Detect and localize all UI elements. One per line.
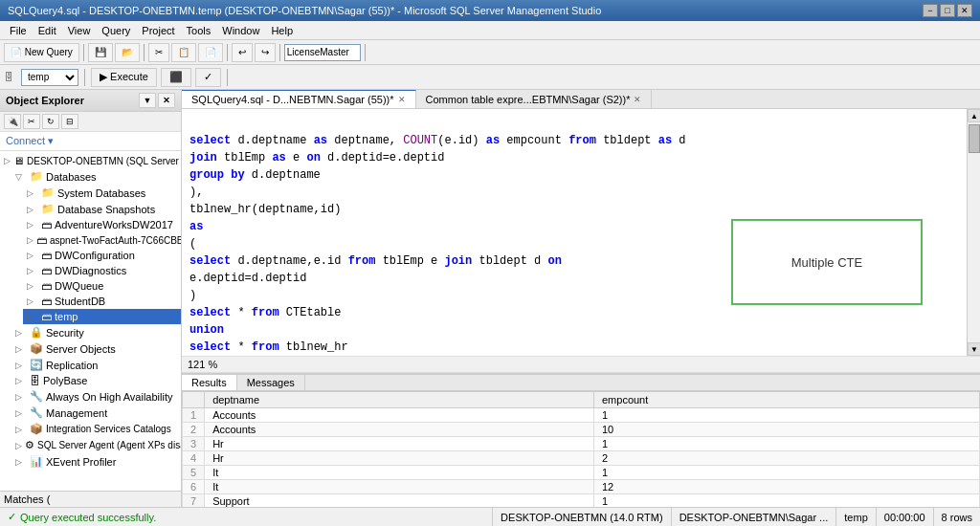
- oe-disconnect-btn[interactable]: ✂: [23, 114, 40, 129]
- repl-label: Replication: [46, 360, 98, 371]
- tree-databases[interactable]: ▽ 📁 Databases: [11, 168, 181, 185]
- tree-server-objects[interactable]: ▷ 📦 Server Objects: [11, 340, 181, 357]
- databases-label: Databases: [46, 171, 97, 183]
- tb-btn4[interactable]: 📋: [171, 43, 196, 62]
- sep6: [84, 69, 85, 86]
- cell-empcount: 2: [593, 451, 979, 466]
- tree-replication[interactable]: ▷ 🔄 Replication: [11, 357, 181, 373]
- scroll-up[interactable]: ▲: [968, 109, 980, 122]
- tb-btn3[interactable]: ✂: [148, 43, 169, 62]
- toolbar1: 📄 New Query 💾 📂 ✂ 📋 📄 ↩ ↪: [0, 40, 980, 65]
- menu-help[interactable]: Help: [265, 23, 299, 38]
- menu-edit[interactable]: Edit: [33, 23, 62, 38]
- status-server: DESKTOP-ONEBTMN (14.0 RTM): [492, 508, 671, 527]
- tab-cte[interactable]: Common table expre...EBTMN\Sagar (S2))* …: [416, 90, 653, 108]
- col-deptname: deptname: [205, 392, 594, 408]
- tree-db-snapshots[interactable]: ▷ 📁 Database Snapshots: [23, 201, 181, 217]
- tab-query4[interactable]: SQLQuery4.sql - D...NEBTMN.Sagar (55))* …: [182, 90, 416, 108]
- tb-btn1[interactable]: 💾: [88, 43, 113, 62]
- sep3: [227, 44, 228, 61]
- close-button[interactable]: ✕: [957, 4, 972, 17]
- oe-tree: ▷ 🖥 DESKTOP-ONEBTMN (SQL Server 14.0.202…: [0, 151, 181, 491]
- tree-xevent[interactable]: ▷ 📊 XEvent Profiler: [11, 453, 181, 470]
- new-query-btn[interactable]: 📄 New Query: [4, 43, 79, 62]
- expand-icon: ▷: [15, 441, 22, 450]
- dwq-icon: 🗃: [41, 280, 52, 292]
- aspnet-label: aspnet-TwoFactAuth-7C66CBBA-2875-: [50, 235, 181, 246]
- results-tab[interactable]: Results: [182, 375, 237, 390]
- sep7: [227, 69, 228, 86]
- scroll-down[interactable]: ▼: [968, 342, 980, 356]
- cell-rownum: 6: [183, 480, 205, 494]
- menu-tools[interactable]: Tools: [181, 23, 217, 38]
- mgmt-icon: 🔧: [30, 406, 43, 419]
- servobj-icon: 📦: [30, 342, 43, 355]
- tree-system-db[interactable]: ▷ 📁 System Databases: [23, 185, 181, 201]
- tree-is-catalogs[interactable]: ▷ 📦 Integration Services Catalogs: [11, 421, 181, 437]
- maximize-button[interactable]: □: [940, 4, 955, 17]
- tree-studentdb[interactable]: ▷ 🗃 StudentDB: [23, 294, 181, 309]
- tooltip-cte: Multiple CTE: [731, 219, 923, 305]
- tb-redo[interactable]: ↪: [255, 43, 276, 62]
- security-label: Security: [46, 327, 84, 339]
- oe-connect-btn[interactable]: 🔌: [4, 114, 21, 129]
- menu-file[interactable]: File: [4, 23, 33, 38]
- tb-btn5[interactable]: 📄: [198, 43, 223, 62]
- tab-query4-close[interactable]: ✕: [398, 95, 406, 104]
- tree-polybase[interactable]: ▷ 🗄 PolyBase: [11, 373, 181, 388]
- oe-filter-btn[interactable]: ▼: [139, 93, 156, 108]
- expand-icon: ▷: [15, 376, 27, 385]
- messages-tab[interactable]: Messages: [237, 375, 305, 390]
- matches-bar: Matches (: [0, 491, 181, 507]
- parse-btn[interactable]: ✓: [195, 68, 221, 87]
- menu-bar: File Edit View Query Project Tools Windo…: [0, 21, 980, 40]
- status-rows: 8 rows: [933, 508, 980, 527]
- tree-aoha[interactable]: ▷ 🔧 Always On High Availability: [11, 388, 181, 405]
- menu-view[interactable]: View: [62, 23, 97, 38]
- scroll-thumb[interactable]: [969, 124, 980, 153]
- execute-button[interactable]: ▶ Execute: [91, 68, 157, 87]
- expand-icon: ▷: [27, 312, 38, 321]
- expand-icon: ▷: [15, 392, 27, 402]
- db-icon: 🗄: [4, 72, 13, 82]
- oe-filter-icon[interactable]: ⊟: [61, 114, 78, 129]
- menu-project[interactable]: Project: [136, 23, 180, 38]
- tb-btn2[interactable]: 📂: [115, 43, 140, 62]
- table-row: 5It1: [183, 466, 980, 480]
- minimize-button[interactable]: −: [923, 4, 938, 17]
- database-combo[interactable]: [284, 44, 361, 61]
- servobj-label: Server Objects: [46, 343, 116, 355]
- temp-db-select[interactable]: temp: [21, 69, 78, 86]
- tree-aspnet[interactable]: ▷ 🗃 aspnet-TwoFactAuth-7C66CBBA-2875-: [23, 232, 181, 248]
- oe-close-btn[interactable]: ✕: [158, 93, 175, 108]
- tree-dwconfig[interactable]: ▷ 🗃 DWConfiguration: [23, 248, 181, 263]
- status-time: 00:00:00: [876, 508, 933, 527]
- menu-query[interactable]: Query: [96, 23, 136, 38]
- debug-btn[interactable]: ⬛: [161, 68, 191, 87]
- agent-icon: ⚙: [25, 439, 34, 451]
- menu-window[interactable]: Window: [216, 23, 265, 38]
- expand-icon: ▷: [15, 344, 27, 354]
- tree-temp[interactable]: ▷ 🗃 temp: [23, 309, 181, 324]
- tree-adventureworks[interactable]: ▷ 🗃 AdventureWorksDW2017: [23, 217, 181, 232]
- table-row: 3Hr1: [183, 437, 980, 451]
- cell-deptname: Accounts: [205, 423, 594, 437]
- cell-deptname: Support: [205, 494, 594, 508]
- tree-management[interactable]: ▷ 🔧 Management: [11, 405, 181, 421]
- tree-sql-agent[interactable]: ▷ ⚙ SQL Server Agent (Agent XPs disabled…: [11, 437, 181, 453]
- oe-refresh-btn[interactable]: ↻: [42, 114, 59, 129]
- oe-connect-bar[interactable]: Connect ▾: [0, 132, 181, 151]
- tab-cte-label: Common table expre...EBTMN\Sagar (S2))*: [426, 94, 631, 105]
- editor-scrollbar[interactable]: ▲ ▼: [967, 109, 980, 356]
- student-icon: 🗃: [41, 296, 52, 307]
- tree-security[interactable]: ▷ 🔒 Security: [11, 324, 181, 340]
- tab-cte-close[interactable]: ✕: [634, 95, 641, 104]
- tree-dwdiag[interactable]: ▷ 🗃 DWDiagnostics: [23, 263, 181, 278]
- tree-server[interactable]: ▷ 🖥 DESKTOP-ONEBTMN (SQL Server 14.0.202…: [0, 153, 181, 168]
- aoha-label: Always On High Availability: [46, 391, 172, 403]
- tb-undo[interactable]: ↩: [232, 43, 253, 62]
- aoha-icon: 🔧: [30, 390, 43, 403]
- expand-icon: ▷: [27, 281, 38, 291]
- tree-dwqueue[interactable]: ▷ 🗃 DWQueue: [23, 278, 181, 294]
- status-database: temp: [835, 508, 875, 527]
